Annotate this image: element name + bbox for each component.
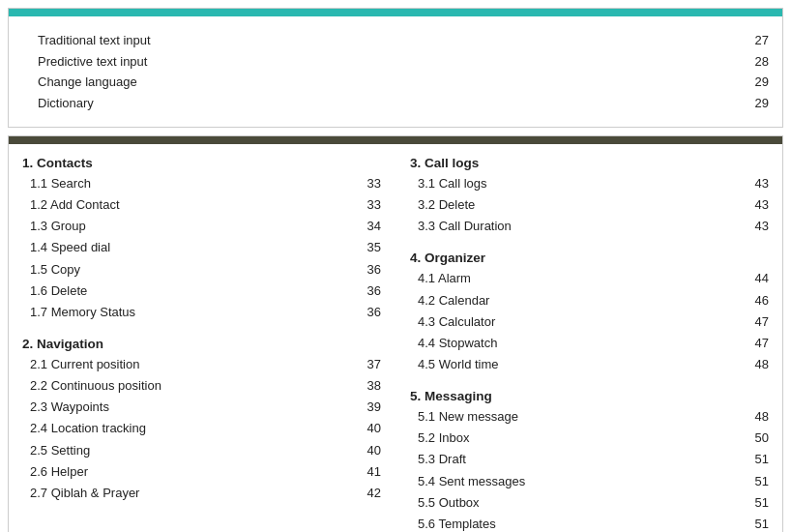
menu-entry: 4.3 Calculator47 bbox=[410, 311, 769, 333]
menu-label: 4.1 Alarm bbox=[418, 269, 740, 288]
menu-entry: 2.4 Location tracking40 bbox=[22, 418, 381, 439]
menu-label: 5.5 Outbox bbox=[418, 493, 740, 513]
menu-label: 4.3 Calculator bbox=[418, 312, 740, 332]
menu-entry: 5.3 Draft51 bbox=[410, 449, 769, 470]
toc-page: 27 bbox=[740, 31, 769, 50]
menu-page: 36 bbox=[352, 281, 381, 301]
toc-page: 29 bbox=[740, 73, 769, 92]
section-getting-started: Traditional text input27Predictive text … bbox=[8, 8, 783, 128]
menu-group-title-right-2: 5. Messaging bbox=[410, 389, 769, 403]
menu-entry: 2.7 Qiblah & Prayer42 bbox=[22, 483, 381, 504]
menu-col-right: 3. Call logs3.1 Call logs433.2 Delete433… bbox=[400, 156, 769, 532]
menu-label: 5.4 Sent messages bbox=[418, 472, 740, 491]
menu-label: 1.4 Speed dial bbox=[30, 238, 352, 257]
menu-page: 36 bbox=[352, 260, 381, 280]
menu-label: 5.1 New message bbox=[418, 407, 740, 427]
section2-header bbox=[9, 136, 782, 144]
toc-label: Change language bbox=[38, 73, 740, 92]
menu-page: 39 bbox=[352, 398, 381, 417]
menu-page: 36 bbox=[352, 303, 381, 322]
menu-label: 2.6 Helper bbox=[30, 462, 352, 482]
menu-label: 1.3 Group bbox=[30, 217, 352, 236]
menu-entry: 1.7 Memory Status36 bbox=[22, 302, 381, 323]
menu-label: 3.3 Call Duration bbox=[418, 217, 740, 236]
menu-label: 4.4 Stopwatch bbox=[418, 334, 740, 353]
menu-page: 47 bbox=[740, 334, 769, 353]
menu-page: 50 bbox=[740, 429, 769, 448]
menu-entry: 4.4 Stopwatch47 bbox=[410, 333, 769, 354]
menu-entry: 5.2 Inbox50 bbox=[410, 428, 769, 449]
menu-group-title-right-0: 3. Call logs bbox=[410, 156, 769, 170]
menu-page: 38 bbox=[352, 376, 381, 396]
menu-page: 51 bbox=[740, 493, 769, 513]
menu-label: 2.2 Continuous position bbox=[30, 376, 352, 396]
menu-label: 3.2 Delete bbox=[418, 195, 740, 215]
menu-label: 5.3 Draft bbox=[418, 450, 740, 469]
menu-label: 3.1 Call logs bbox=[418, 174, 740, 193]
menu-page: 41 bbox=[352, 462, 381, 482]
menu-entry: 1.1 Search33 bbox=[22, 173, 381, 194]
menu-label: 4.2 Calendar bbox=[418, 291, 740, 310]
menu-entry: 2.6 Helper41 bbox=[22, 461, 381, 483]
menu-page: 48 bbox=[740, 355, 769, 374]
menu-label: 1.7 Memory Status bbox=[30, 303, 352, 322]
menu-page: 43 bbox=[740, 174, 769, 193]
menu-group-title-left-0: 1. Contacts bbox=[22, 156, 381, 170]
menu-entry: 2.2 Continuous position38 bbox=[22, 375, 381, 397]
menu-page: 40 bbox=[352, 441, 381, 460]
menu-entry: 4.2 Calendar46 bbox=[410, 290, 769, 311]
menu-page: 44 bbox=[740, 269, 769, 288]
menu-entry: 2.5 Setting40 bbox=[22, 440, 381, 461]
menu-page: 33 bbox=[352, 195, 381, 215]
menu-page: 34 bbox=[352, 217, 381, 236]
menu-page: 37 bbox=[352, 355, 381, 374]
toc-entry: Dictionary29 bbox=[22, 93, 769, 114]
section1-entries: Traditional text input27Predictive text … bbox=[22, 30, 769, 113]
menu-page: 51 bbox=[740, 472, 769, 491]
menu-label: 5.2 Inbox bbox=[418, 429, 740, 448]
menu-label: 1.5 Copy bbox=[30, 260, 352, 280]
menu-page: 51 bbox=[740, 515, 769, 532]
menu-page: 35 bbox=[352, 238, 381, 257]
menu-label: 5.6 Templates bbox=[418, 515, 740, 532]
menu-label: 2.5 Setting bbox=[30, 441, 352, 460]
menu-page: 33 bbox=[352, 174, 381, 193]
toc-page: 29 bbox=[740, 94, 769, 113]
menu-entry: 5.5 Outbox51 bbox=[410, 492, 769, 514]
menu-entry: 1.2 Add Contact33 bbox=[22, 194, 381, 216]
menu-page: 46 bbox=[740, 291, 769, 310]
menu-entry: 5.6 Templates51 bbox=[410, 514, 769, 532]
menu-label: 2.1 Current position bbox=[30, 355, 352, 374]
menu-label: 1.2 Add Contact bbox=[30, 195, 352, 215]
toc-entry: Predictive text input28 bbox=[22, 51, 769, 73]
section-using-menu: 1. Contacts1.1 Search331.2 Add Contact33… bbox=[8, 135, 783, 532]
section2-body: 1. Contacts1.1 Search331.2 Add Contact33… bbox=[9, 144, 782, 532]
menu-group-title-right-1: 4. Organizer bbox=[410, 251, 769, 265]
menu-label: 2.4 Location tracking bbox=[30, 419, 352, 438]
menu-page: 43 bbox=[740, 217, 769, 236]
menu-entry: 4.1 Alarm44 bbox=[410, 268, 769, 289]
menu-page: 48 bbox=[740, 407, 769, 427]
toc-entry: Traditional text input27 bbox=[22, 30, 769, 51]
menu-entry: 3.1 Call logs43 bbox=[410, 173, 769, 194]
menu-entry: 2.1 Current position37 bbox=[22, 354, 381, 375]
menu-entry: 1.5 Copy36 bbox=[22, 259, 381, 281]
section1-header bbox=[9, 9, 782, 16]
menu-entry: 4.5 World time48 bbox=[410, 354, 769, 375]
toc-label: Predictive text input bbox=[38, 52, 740, 72]
menu-entry: 2.3 Waypoints39 bbox=[22, 397, 381, 418]
menu-entry: 1.4 Speed dial35 bbox=[22, 237, 381, 258]
menu-entry: 1.3 Group34 bbox=[22, 216, 381, 237]
menu-page: 51 bbox=[740, 450, 769, 469]
menu-page: 47 bbox=[740, 312, 769, 332]
toc-entry: Change language29 bbox=[22, 72, 769, 93]
menu-label: 4.5 World time bbox=[418, 355, 740, 374]
menu-page: 43 bbox=[740, 195, 769, 215]
menu-page: 40 bbox=[352, 419, 381, 438]
menu-col-left: 1. Contacts1.1 Search331.2 Add Contact33… bbox=[22, 156, 400, 532]
menu-label: 1.1 Search bbox=[30, 174, 352, 193]
menu-entry: 3.2 Delete43 bbox=[410, 194, 769, 216]
toc-label: Traditional text input bbox=[38, 31, 740, 50]
toc-label: Dictionary bbox=[38, 94, 740, 113]
menu-label: 1.6 Delete bbox=[30, 281, 352, 301]
